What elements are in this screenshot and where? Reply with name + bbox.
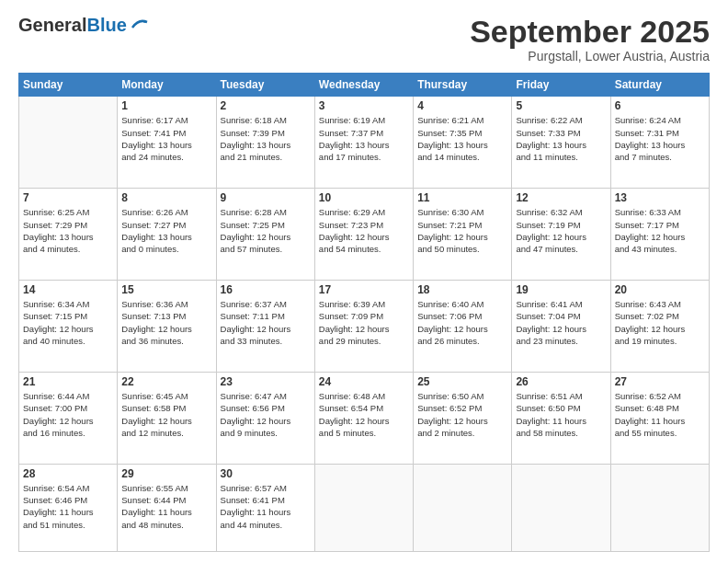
day-number: 16 xyxy=(221,283,311,296)
day-number: 15 xyxy=(121,283,211,296)
day-number: 18 xyxy=(417,283,507,296)
day-info: Sunrise: 6:29 AM Sunset: 7:23 PM Dayligh… xyxy=(319,206,409,255)
logo: GeneralBlue xyxy=(18,15,149,35)
day-info: Sunrise: 6:51 AM Sunset: 6:50 PM Dayligh… xyxy=(516,390,606,439)
calendar-cell: 24Sunrise: 6:48 AM Sunset: 6:54 PM Dayli… xyxy=(314,372,413,464)
day-info: Sunrise: 6:57 AM Sunset: 6:41 PM Dayligh… xyxy=(221,482,311,531)
day-number: 17 xyxy=(319,283,409,296)
calendar-cell: 29Sunrise: 6:55 AM Sunset: 6:44 PM Dayli… xyxy=(118,464,216,551)
day-number: 9 xyxy=(221,191,311,204)
calendar-cell: 2Sunrise: 6:18 AM Sunset: 7:39 PM Daylig… xyxy=(216,97,314,189)
day-info: Sunrise: 6:30 AM Sunset: 7:21 PM Dayligh… xyxy=(417,206,507,255)
day-number: 20 xyxy=(615,283,705,296)
calendar-cell: 17Sunrise: 6:39 AM Sunset: 7:09 PM Dayli… xyxy=(314,281,413,373)
calendar-week-row: 1Sunrise: 6:17 AM Sunset: 7:41 PM Daylig… xyxy=(19,97,710,189)
calendar-cell: 26Sunrise: 6:51 AM Sunset: 6:50 PM Dayli… xyxy=(512,372,610,464)
calendar-cell: 9Sunrise: 6:28 AM Sunset: 7:25 PM Daylig… xyxy=(216,189,314,281)
calendar-cell: 6Sunrise: 6:24 AM Sunset: 7:31 PM Daylig… xyxy=(610,97,709,189)
weekday-header-friday: Friday xyxy=(512,74,610,97)
weekday-header-tuesday: Tuesday xyxy=(216,74,314,97)
day-number: 14 xyxy=(23,283,113,296)
day-info: Sunrise: 6:34 AM Sunset: 7:15 PM Dayligh… xyxy=(23,298,113,347)
logo-blue: Blue xyxy=(86,15,126,35)
day-number: 4 xyxy=(417,99,507,112)
calendar-week-row: 7Sunrise: 6:25 AM Sunset: 7:29 PM Daylig… xyxy=(19,189,710,281)
day-number: 12 xyxy=(516,191,606,204)
calendar-cell: 19Sunrise: 6:41 AM Sunset: 7:04 PM Dayli… xyxy=(512,281,610,373)
day-number: 30 xyxy=(221,467,311,480)
day-info: Sunrise: 6:43 AM Sunset: 7:02 PM Dayligh… xyxy=(615,298,705,347)
calendar-cell xyxy=(19,97,118,189)
day-number: 10 xyxy=(319,191,409,204)
day-number: 23 xyxy=(221,375,311,388)
calendar-cell: 13Sunrise: 6:33 AM Sunset: 7:17 PM Dayli… xyxy=(610,189,709,281)
weekday-header-row: SundayMondayTuesdayWednesdayThursdayFrid… xyxy=(19,74,710,97)
calendar-week-row: 28Sunrise: 6:54 AM Sunset: 6:46 PM Dayli… xyxy=(19,464,710,551)
day-number: 11 xyxy=(417,191,507,204)
day-number: 22 xyxy=(121,375,211,388)
logo-general: General xyxy=(18,15,86,35)
day-info: Sunrise: 6:33 AM Sunset: 7:17 PM Dayligh… xyxy=(615,206,705,255)
day-number: 3 xyxy=(319,99,409,112)
day-info: Sunrise: 6:26 AM Sunset: 7:27 PM Dayligh… xyxy=(121,206,211,255)
calendar-cell: 10Sunrise: 6:29 AM Sunset: 7:23 PM Dayli… xyxy=(314,189,413,281)
weekday-header-monday: Monday xyxy=(118,74,216,97)
day-info: Sunrise: 6:50 AM Sunset: 6:52 PM Dayligh… xyxy=(417,390,507,439)
calendar-cell: 30Sunrise: 6:57 AM Sunset: 6:41 PM Dayli… xyxy=(216,464,314,551)
calendar-cell: 14Sunrise: 6:34 AM Sunset: 7:15 PM Dayli… xyxy=(19,281,118,373)
day-info: Sunrise: 6:18 AM Sunset: 7:39 PM Dayligh… xyxy=(221,114,311,163)
calendar-cell: 25Sunrise: 6:50 AM Sunset: 6:52 PM Dayli… xyxy=(414,372,512,464)
day-info: Sunrise: 6:36 AM Sunset: 7:13 PM Dayligh… xyxy=(121,298,211,347)
day-number: 1 xyxy=(121,99,211,112)
day-info: Sunrise: 6:21 AM Sunset: 7:35 PM Dayligh… xyxy=(417,114,507,163)
calendar-cell: 27Sunrise: 6:52 AM Sunset: 6:48 PM Dayli… xyxy=(610,372,709,464)
day-number: 6 xyxy=(615,99,705,112)
day-number: 26 xyxy=(516,375,606,388)
day-number: 13 xyxy=(615,191,705,204)
header: GeneralBlue September 2025 Purgstall, Lo… xyxy=(18,15,710,63)
logo-icon xyxy=(129,15,149,35)
calendar-cell xyxy=(314,464,413,551)
calendar-cell: 15Sunrise: 6:36 AM Sunset: 7:13 PM Dayli… xyxy=(118,281,216,373)
day-number: 5 xyxy=(516,99,606,112)
weekday-header-thursday: Thursday xyxy=(414,74,512,97)
day-info: Sunrise: 6:32 AM Sunset: 7:19 PM Dayligh… xyxy=(516,206,606,255)
calendar-cell: 3Sunrise: 6:19 AM Sunset: 7:37 PM Daylig… xyxy=(314,97,413,189)
calendar-cell: 21Sunrise: 6:44 AM Sunset: 7:00 PM Dayli… xyxy=(19,372,118,464)
day-info: Sunrise: 6:25 AM Sunset: 7:29 PM Dayligh… xyxy=(23,206,113,255)
day-info: Sunrise: 6:39 AM Sunset: 7:09 PM Dayligh… xyxy=(319,298,409,347)
calendar-week-row: 21Sunrise: 6:44 AM Sunset: 7:00 PM Dayli… xyxy=(19,372,710,464)
calendar-cell: 11Sunrise: 6:30 AM Sunset: 7:21 PM Dayli… xyxy=(414,189,512,281)
calendar-cell: 12Sunrise: 6:32 AM Sunset: 7:19 PM Dayli… xyxy=(512,189,610,281)
calendar-cell xyxy=(512,464,610,551)
calendar-cell: 5Sunrise: 6:22 AM Sunset: 7:33 PM Daylig… xyxy=(512,97,610,189)
month-title: September 2025 xyxy=(470,15,710,49)
day-number: 24 xyxy=(319,375,409,388)
weekday-header-saturday: Saturday xyxy=(610,74,709,97)
day-info: Sunrise: 6:48 AM Sunset: 6:54 PM Dayligh… xyxy=(319,390,409,439)
calendar-cell: 23Sunrise: 6:47 AM Sunset: 6:56 PM Dayli… xyxy=(216,372,314,464)
calendar-cell xyxy=(610,464,709,551)
day-info: Sunrise: 6:40 AM Sunset: 7:06 PM Dayligh… xyxy=(417,298,507,347)
day-info: Sunrise: 6:52 AM Sunset: 6:48 PM Dayligh… xyxy=(615,390,705,439)
calendar-cell: 20Sunrise: 6:43 AM Sunset: 7:02 PM Dayli… xyxy=(610,281,709,373)
day-number: 25 xyxy=(417,375,507,388)
day-info: Sunrise: 6:41 AM Sunset: 7:04 PM Dayligh… xyxy=(516,298,606,347)
day-number: 19 xyxy=(516,283,606,296)
day-number: 7 xyxy=(23,191,113,204)
day-info: Sunrise: 6:44 AM Sunset: 7:00 PM Dayligh… xyxy=(23,390,113,439)
day-info: Sunrise: 6:37 AM Sunset: 7:11 PM Dayligh… xyxy=(221,298,311,347)
day-info: Sunrise: 6:19 AM Sunset: 7:37 PM Dayligh… xyxy=(319,114,409,163)
day-info: Sunrise: 6:28 AM Sunset: 7:25 PM Dayligh… xyxy=(221,206,311,255)
day-number: 2 xyxy=(221,99,311,112)
day-info: Sunrise: 6:17 AM Sunset: 7:41 PM Dayligh… xyxy=(121,114,211,163)
calendar-cell xyxy=(414,464,512,551)
location-subtitle: Purgstall, Lower Austria, Austria xyxy=(470,49,710,63)
day-info: Sunrise: 6:47 AM Sunset: 6:56 PM Dayligh… xyxy=(221,390,311,439)
page: GeneralBlue September 2025 Purgstall, Lo… xyxy=(0,0,728,563)
calendar-cell: 16Sunrise: 6:37 AM Sunset: 7:11 PM Dayli… xyxy=(216,281,314,373)
day-info: Sunrise: 6:55 AM Sunset: 6:44 PM Dayligh… xyxy=(121,482,211,531)
calendar-week-row: 14Sunrise: 6:34 AM Sunset: 7:15 PM Dayli… xyxy=(19,281,710,373)
day-info: Sunrise: 6:54 AM Sunset: 6:46 PM Dayligh… xyxy=(23,482,113,531)
title-block: September 2025 Purgstall, Lower Austria,… xyxy=(470,15,710,63)
